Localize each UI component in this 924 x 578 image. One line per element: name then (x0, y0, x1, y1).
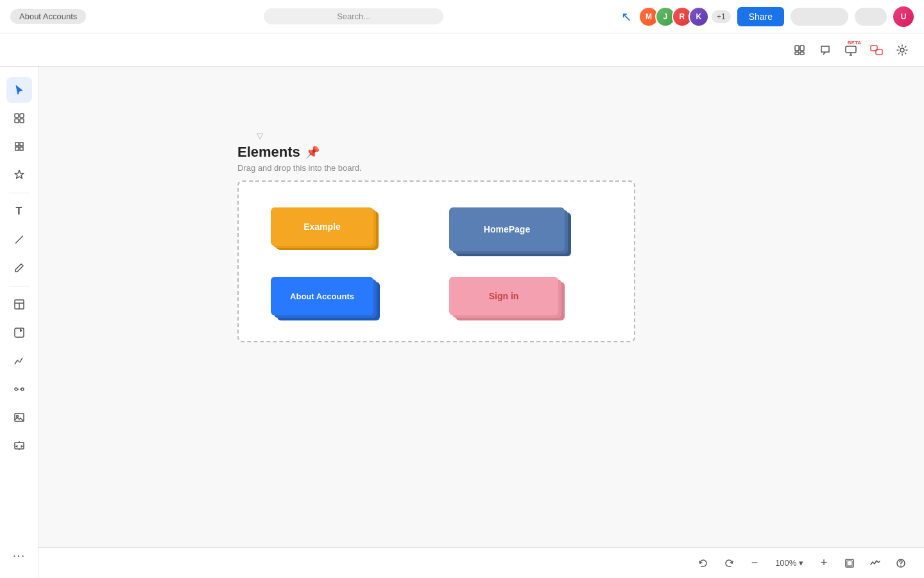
cursor-mode-icon: ↖ (621, 9, 632, 24)
svg-rect-0 (795, 46, 799, 51)
present-button[interactable]: BETA (839, 39, 862, 62)
tool-line[interactable] (6, 227, 32, 252)
tool-table[interactable] (6, 292, 32, 317)
panel-title-text: Elements (237, 144, 300, 161)
card-about-front[interactable]: About Accounts (271, 277, 373, 315)
drag-indicator: ▽ (257, 131, 263, 141)
svg-rect-12 (15, 143, 19, 146)
svg-line-16 (15, 236, 23, 243)
activity-button[interactable] (865, 553, 886, 574)
tool-sticky[interactable] (6, 320, 32, 346)
svg-rect-9 (20, 114, 24, 118)
tool-connector[interactable] (6, 376, 32, 402)
panel-subtitle: Drag and drop this into the board. (237, 163, 635, 173)
svg-rect-15 (20, 147, 23, 150)
zoom-in-button[interactable]: + (814, 553, 834, 574)
pin-icon: 📌 (305, 145, 320, 159)
card-homepage[interactable]: HomePage (449, 207, 565, 251)
secondary-toolbar: BETA (0, 33, 924, 67)
multiscreen-button[interactable] (865, 39, 888, 62)
zoom-level-button[interactable]: 100% ▾ (770, 556, 809, 570)
avatar-4: K (689, 6, 709, 27)
tool-more[interactable]: ··· (6, 542, 32, 568)
divider-2 (9, 286, 30, 286)
text-icon: T (16, 206, 22, 217)
card-about-label: About Accounts (290, 292, 354, 301)
card-example-front[interactable]: Example (271, 207, 373, 246)
svg-rect-14 (15, 147, 19, 150)
redo-button[interactable] (719, 553, 739, 574)
svg-rect-20 (15, 328, 24, 337)
card-homepage-label: HomePage (484, 224, 530, 234)
svg-rect-4 (846, 46, 856, 53)
topbar-center: Search... (264, 8, 443, 24)
svg-rect-26 (15, 442, 24, 449)
tool-favorites[interactable] (6, 162, 32, 188)
zoom-chevron: ▾ (799, 558, 803, 568)
card-homepage-front[interactable]: HomePage (449, 207, 565, 251)
tool-chart[interactable] (6, 348, 32, 374)
zoom-out-icon: − (751, 556, 758, 570)
more-icon: ··· (13, 548, 26, 563)
tool-image[interactable] (6, 405, 32, 430)
share-button[interactable]: Share (737, 7, 784, 26)
beta-badge: BETA (848, 40, 861, 46)
tool-pen[interactable] (6, 255, 32, 281)
fit-view-button[interactable] (839, 553, 860, 574)
side-toolbar: T ··· (0, 67, 38, 578)
svg-rect-11 (20, 119, 24, 123)
panel-header: Elements 📌 (237, 144, 635, 161)
svg-point-30 (900, 565, 902, 566)
collaborator-avatars: M J R K +1 (638, 6, 731, 27)
tool-components[interactable] (6, 134, 32, 159)
card-signin[interactable]: Sign in (449, 277, 558, 315)
topbar-left: About Accounts (10, 9, 86, 24)
divider-1 (9, 193, 30, 193)
svg-rect-3 (800, 52, 804, 55)
card-signin-label: Sign in (489, 291, 519, 301)
bottom-bar: − 100% ▾ + (38, 547, 924, 578)
settings-button[interactable] (891, 39, 914, 62)
help-button[interactable] (891, 553, 911, 574)
panel-title: Elements 📌 (237, 144, 320, 161)
breadcrumb-pill-2 (791, 8, 848, 26)
tool-text[interactable]: T (6, 198, 32, 224)
breadcrumb-pill-3 (855, 8, 887, 26)
svg-rect-28 (847, 561, 852, 566)
undo-button[interactable] (693, 553, 714, 574)
svg-rect-10 (15, 119, 19, 123)
card-about-accounts[interactable]: About Accounts (271, 277, 373, 315)
tool-embed[interactable] (6, 433, 32, 459)
comments-button[interactable] (814, 39, 837, 62)
search-bar[interactable]: Search... (264, 8, 443, 24)
svg-rect-2 (795, 52, 799, 55)
svg-rect-8 (15, 114, 19, 118)
svg-rect-1 (800, 46, 804, 51)
svg-point-22 (21, 388, 24, 390)
topbar: About Accounts Search... ↖ M J R K +1 Sh… (0, 0, 924, 33)
zoom-in-icon: + (821, 556, 828, 570)
card-signin-front[interactable]: Sign in (449, 277, 558, 315)
tool-frames[interactable] (6, 105, 32, 131)
zoom-level-text: 100% (775, 558, 796, 568)
svg-point-7 (900, 48, 904, 52)
zoom-out-button[interactable]: − (744, 553, 765, 574)
canvas[interactable]: ▽ Elements 📌 Drag and drop this into the… (38, 67, 924, 547)
breadcrumb[interactable]: About Accounts (10, 9, 86, 24)
user-avatar[interactable]: U (893, 6, 914, 27)
topbar-right: ↖ M J R K +1 Share U (621, 6, 914, 27)
svg-rect-13 (20, 143, 23, 146)
extra-collaborators-badge: +1 (712, 10, 731, 23)
elements-panel: ▽ Elements 📌 Drag and drop this into the… (237, 144, 635, 342)
tool-cursor[interactable] (6, 77, 32, 103)
card-example-label: Example (304, 222, 341, 232)
elements-dashed-container: Example HomePage About Accounts (237, 180, 635, 342)
pages-button[interactable] (788, 39, 811, 62)
card-example[interactable]: Example (271, 207, 373, 246)
svg-point-21 (15, 388, 17, 390)
